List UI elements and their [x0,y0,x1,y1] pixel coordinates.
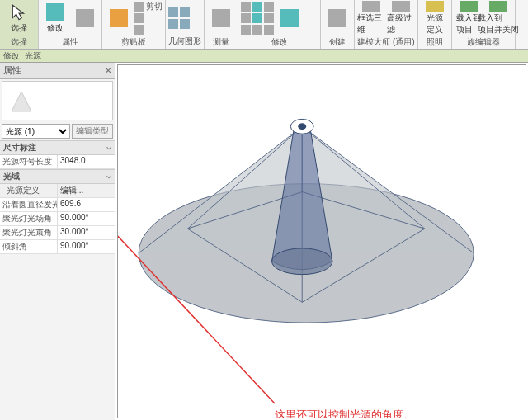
create-button[interactable] [323,1,351,35]
ribbon-group-create: 创建 [321,0,355,49]
ribbon-group-modify: 修改 [238,0,321,49]
prop-beam-angle[interactable]: 聚光灯光束角30.000° [0,226,115,240]
prop-emit-diameter[interactable]: 沿着圆直径发光609.6 [0,198,115,212]
geom-btn-1[interactable] [168,7,178,17]
mod-6[interactable] [252,25,262,35]
context-tabbar: 修改 光源 [0,50,528,63]
geom-btn-3[interactable] [180,7,190,17]
svg-point-5 [272,248,332,275]
prop-tilt-angle[interactable]: 倾斜角90.000° [0,240,115,254]
ribbon-group-geometry: 几何图形 [166,0,205,49]
advfilter-button[interactable]: 高级过滤 [387,1,415,35]
annotation-text: 这里还可以控制光源的角度。 [275,408,414,418]
geom-btn-4[interactable] [180,18,190,29]
prop-field-angle[interactable]: 聚光灯光场角90.000° [0,212,115,226]
geom-btn-2[interactable] [168,18,178,29]
mod-5[interactable] [252,13,262,24]
panel-title-bar: 属性 ✕ [0,63,115,79]
ribbon-group-measure: 测量 [205,0,238,49]
type-thumbnail [2,81,113,120]
ribbon-group-select: 选择 选择 [0,0,39,49]
prop-light-def[interactable]: 光源定义编辑... [0,184,115,198]
properties-panel: 属性 ✕ 光源 (1) 编辑类型 尺寸标注⌵ 光源符号长度3048.0 光域⌵ … [0,63,116,420]
light-cone-geometry [118,65,526,418]
mod-3[interactable] [241,25,251,35]
tab-modify[interactable]: 修改 [3,50,20,62]
ribbon-group-clipboard: 剪切 剪贴板 [102,0,166,49]
close-icon[interactable]: ✕ [105,66,111,75]
section-dimensions[interactable]: 尺寸标注⌵ [0,140,115,155]
mod-8[interactable] [264,13,274,24]
paste-button[interactable] [105,1,133,35]
viewport-3d[interactable]: 这里还可以控制光源的角度。 [117,64,526,418]
ribbon-group-properties: 修改 属性 [39,0,102,49]
ribbon-group-familyeditor: 载入到 项目 载入到 项目并关闭 族编辑器 [452,0,516,49]
mod-7[interactable] [264,2,274,12]
edit-type-button[interactable]: 编辑类型 [72,124,113,139]
prop-symbol-length[interactable]: 光源符号长度3048.0 [0,155,115,169]
mod-1[interactable] [241,2,251,12]
mod-9[interactable] [264,25,274,35]
mod-4[interactable] [252,2,262,12]
box3d-button[interactable]: 框选三维 [357,1,385,35]
type-selector[interactable]: 光源 (1) [2,124,70,139]
ribbon-group-lighting: 光源 定义 照明 [418,0,452,49]
cut-button[interactable]: 剪切 [134,2,163,12]
tab-light[interactable]: 光源 [25,50,41,62]
loadclose-button[interactable]: 载入到 项目并关闭 [484,1,512,35]
select-label: 选择 [11,22,27,34]
ribbon-toolbar: 选择 选择 修改 属性 剪切 剪贴板 [0,0,528,50]
ribbon-group-modelmaster: 框选三维 高级过滤 建模大师 (通用) [355,0,418,49]
copy-button[interactable] [134,13,163,24]
panel-title-text: 属性 [3,64,21,77]
lightdef-button[interactable]: 光源 定义 [421,1,449,35]
section-light[interactable]: 光域⌵ [0,169,115,184]
select-button[interactable]: 选择 [2,1,35,35]
match-button[interactable] [134,25,163,35]
svg-point-7 [298,123,306,130]
mod-main[interactable] [276,1,304,35]
modify-button[interactable]: 修改 [41,1,69,35]
mod-2[interactable] [241,13,251,24]
properties-button[interactable] [71,1,99,35]
measure-button[interactable] [207,1,235,35]
